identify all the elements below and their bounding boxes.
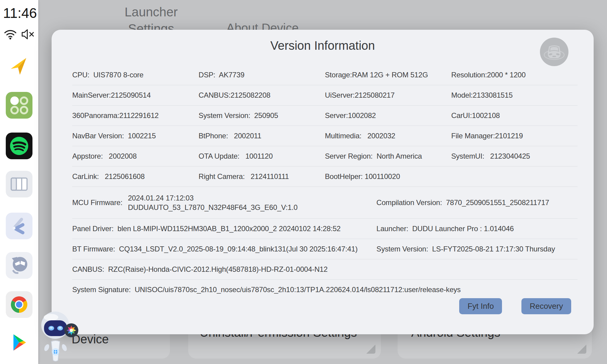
info-cell: OTA Update: 1001120 — [198, 151, 325, 161]
info-cell: MCU Firmware:2024.01.24 17:12:03DUDUAUTO… — [72, 193, 376, 212]
back-arrow-icon[interactable] — [6, 213, 32, 239]
dialog-buttons: Fyt Info Recovery — [459, 298, 571, 314]
info-cell: System Version: 250905 — [198, 111, 325, 120]
navigation-arrow-icon[interactable] — [9, 57, 28, 75]
info-cell-line: 2024.01.24 17:12:03 — [128, 193, 297, 203]
info-cell-line: DUDUAUTO_53_L7870_N32P48F64_3G_E60_V:1.0 — [128, 203, 297, 212]
info-cell: DSP: AK7739 — [198, 70, 325, 79]
info-cell: Launcher: DUDU Launcher Pro : 1.014046 — [376, 224, 578, 233]
google-play-icon[interactable] — [11, 334, 29, 351]
spotify-icon[interactable] — [6, 133, 32, 159]
info-cell: Model:2133081515 — [451, 90, 578, 100]
info-cell: Storage:RAM 12G + ROM 512G — [325, 70, 451, 79]
version-table: CPU: UIS7870 8-coreDSP: AK7739Storage:RA… — [72, 65, 578, 300]
info-cell: UiServer:2125080217 — [325, 90, 451, 100]
info-row: CPU: UIS7870 8-coreDSP: AK7739Storage:RA… — [72, 65, 578, 85]
version-information-dialog: Version Information CPU: UIS7870 8-coreD… — [52, 30, 594, 334]
page-title-line1: Launcher — [124, 5, 178, 19]
chrome-icon[interactable] — [6, 291, 32, 318]
info-cell: System Version: LS-FYT2025-08-21 17:17:3… — [376, 244, 578, 254]
info-cell: System Signature: UNISOC/uis7870sc_2h10_… — [72, 285, 578, 294]
app-badge-icon — [64, 323, 78, 337]
dialog-title: Version Information — [52, 39, 594, 52]
split-screen-icon[interactable] — [6, 171, 32, 197]
info-cell: CANBUS:2125082208 — [198, 90, 325, 100]
expand-corner-icon — [577, 345, 586, 354]
volume-muted-icon — [21, 29, 35, 39]
info-cell: Server:1002082 — [325, 111, 451, 120]
car-device-icon — [540, 37, 569, 66]
wifi-icon — [4, 29, 17, 40]
expand-corner-icon — [366, 345, 375, 354]
info-row: MainServer:2125090514CANBUS:2125082208Ui… — [72, 85, 578, 106]
info-row: NavBar Version: 1002215BtPhone: 2002011M… — [72, 126, 578, 146]
info-cell: Appstore: 2002008 — [72, 151, 198, 161]
info-row: CANBUS: RZC(Raise)-Honda-CIVIC-2012.High… — [72, 259, 578, 280]
info-cell: Right Camera: 2124110111 — [198, 172, 325, 181]
info-cell-lines: 2024.01.24 17:12:03DUDUAUTO_53_L7870_N32… — [128, 193, 297, 212]
status-clock: 11:46 — [3, 5, 37, 21]
info-cell: BtPhone: 2002011 — [198, 131, 325, 140]
app-grid-icon[interactable] — [6, 92, 32, 119]
info-cell: CarUI:1002108 — [451, 111, 578, 120]
info-cell: 360Panorama:2112291612 — [72, 111, 198, 120]
info-row: 360Panorama:2112291612System Version: 25… — [72, 106, 578, 126]
info-cell: CPU: UIS7870 8-core — [72, 70, 198, 79]
info-cell: Resolution:607 * 364 — [451, 70, 578, 79]
info-cell: NavBar Version: 1002215 — [72, 131, 198, 140]
info-cell: Multimedia: 2002032 — [325, 131, 451, 140]
info-row: Panel Driver: blen L8-MIPI-WD1152HM30AB_… — [72, 219, 578, 239]
recovery-button[interactable]: Recovery — [521, 298, 571, 314]
fyt-info-button[interactable]: Fyt Info — [459, 298, 502, 314]
info-row: MCU Firmware:2024.01.24 17:12:03DUDUAUTO… — [72, 187, 578, 219]
monster-icon[interactable] — [6, 252, 32, 279]
info-cell: SystemUI: 2123040425 — [451, 151, 578, 161]
info-row: System Signature: UNISOC/uis7870sc_2h10_… — [72, 280, 578, 300]
sidebar: 11:46 — [0, 0, 38, 364]
info-cell: File Manager:2101219 — [451, 131, 578, 140]
car-launcher-screen: Launcher Settings About Device Device Un… — [0, 0, 607, 364]
info-cell: CarLink: 2125061608 — [72, 172, 198, 181]
info-cell: CANBUS: RZC(Raise)-Honda-CIVIC-2012.High… — [72, 265, 578, 274]
info-row: CarLink: 2125061608Right Camera: 2124110… — [72, 167, 578, 187]
info-cell: BT Firmware: CQ134_LSDT_V2.0_2025-08-19_… — [72, 244, 376, 254]
info-cell: Compilation Version: 7870_2509051551_250… — [376, 198, 578, 207]
ai-assistant-robot[interactable] — [39, 310, 81, 364]
info-cell: Panel Driver: blen L8-MIPI-WD1152HM30AB_… — [72, 224, 376, 233]
info-row: Appstore: 2002008OTA Update: 1001120Serv… — [72, 146, 578, 167]
info-row: BT Firmware: CQ134_LSDT_V2.0_2025-08-19_… — [72, 239, 578, 259]
info-cell: BootHelper: 100110020 — [325, 172, 451, 181]
info-cell-label: MCU Firmware: — [72, 198, 122, 207]
info-cell: Server Region: North America — [325, 151, 451, 161]
info-cell: MainServer:2125090514 — [72, 90, 198, 100]
